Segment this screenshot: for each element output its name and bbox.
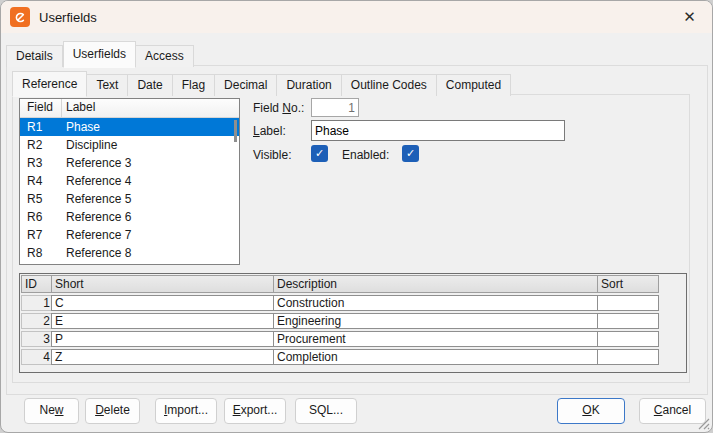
tab-reference[interactable]: Reference [12, 71, 87, 97]
knot-logo-glyph [13, 10, 28, 25]
list-header-field[interactable]: Field [20, 99, 62, 117]
list-header: Field Label [20, 99, 239, 118]
label-input[interactable] [311, 120, 565, 141]
ok-button[interactable]: OK [557, 398, 625, 424]
window-title: Userfields [39, 10, 97, 25]
field-cell: R4 [20, 172, 62, 190]
list-item-r1[interactable]: R1 Phase [20, 118, 239, 136]
enabled-label: Enabled: [342, 148, 389, 162]
list-item-r2[interactable]: R2 Discipline [20, 136, 239, 154]
grid-row-1: 1 C Construction [21, 293, 685, 311]
grid-row-3: 3 P Procurement [21, 329, 685, 347]
sort-cell[interactable] [597, 349, 659, 365]
cancel-button[interactable]: Cancel [639, 398, 706, 424]
grid-row-4: 4 Z Completion [21, 347, 685, 365]
titlebar[interactable]: Userfields ✕ [1, 1, 712, 33]
label-cell: Reference 4 [62, 172, 239, 190]
reference-fields-list: Field Label R1 Phase R2 Discipline R3 Re… [19, 98, 240, 265]
tab-date[interactable]: Date [128, 74, 172, 96]
visible-checkbox[interactable]: ✓ [311, 145, 328, 162]
list-item-r4[interactable]: R4 Reference 4 [20, 172, 239, 190]
app-logo-icon [10, 7, 30, 27]
list-item-r7[interactable]: R7 Reference 7 [20, 226, 239, 244]
field-cell: R2 [20, 136, 62, 154]
list-item-r5[interactable]: R5 Reference 5 [20, 190, 239, 208]
inner-tabstrip: Reference Text Date Flag Decimal Duratio… [12, 71, 511, 96]
short-cell[interactable]: Z [51, 349, 274, 365]
tab-userfields[interactable]: Userfields [63, 41, 136, 68]
check-icon: ✓ [315, 147, 324, 160]
sort-cell[interactable] [597, 313, 659, 329]
tab-outline-codes[interactable]: Outline Codes [342, 74, 437, 96]
label-cell: Discipline [62, 136, 239, 154]
label-label: Label: [253, 124, 286, 138]
description-cell[interactable]: Construction [273, 295, 598, 311]
visible-label: Visible: [253, 148, 291, 162]
outer-tabstrip: Details Userfields Access [6, 41, 194, 67]
sort-cell[interactable] [597, 331, 659, 347]
tab-flag[interactable]: Flag [173, 74, 215, 96]
short-cell[interactable]: C [51, 295, 274, 311]
tab-access[interactable]: Access [136, 45, 194, 67]
grid-row-2: 2 E Engineering [21, 311, 685, 329]
field-cell: R7 [20, 226, 62, 244]
field-cell: R6 [20, 208, 62, 226]
label-cell: Reference 8 [62, 244, 239, 262]
field-no-label: Field No.: [253, 101, 304, 115]
export-button[interactable]: Export... [224, 398, 286, 424]
tab-duration[interactable]: Duration [277, 74, 341, 96]
label-cell: Reference 3 [62, 154, 239, 172]
close-icon[interactable]: ✕ [667, 1, 712, 33]
field-cell: R5 [20, 190, 62, 208]
field-cell: R1 [20, 118, 62, 136]
tab-decimal[interactable]: Decimal [215, 74, 277, 96]
list-scrollbar-thumb[interactable] [234, 120, 237, 142]
import-button[interactable]: Import... [155, 398, 217, 424]
userfields-dialog: Userfields ✕ Details Userfields Access R… [0, 0, 713, 433]
tab-text[interactable]: Text [87, 74, 128, 96]
row-id-cell[interactable]: 2 [21, 313, 52, 329]
short-cell[interactable]: E [51, 313, 274, 329]
field-no-input[interactable] [311, 98, 359, 117]
label-cell: Reference 7 [62, 226, 239, 244]
label-cell: Reference 5 [62, 190, 239, 208]
list-item-r3[interactable]: R3 Reference 3 [20, 154, 239, 172]
row-id-cell[interactable]: 4 [21, 349, 52, 365]
delete-button[interactable]: Delete [85, 398, 140, 424]
sql-button[interactable]: SQL... [295, 398, 357, 424]
new-button[interactable]: New [24, 398, 79, 424]
check-icon: ✓ [406, 147, 415, 160]
grid-header-short[interactable]: Short [51, 275, 274, 293]
tab-computed[interactable]: Computed [437, 74, 511, 96]
sort-cell[interactable] [597, 295, 659, 311]
grid-header-id[interactable]: ID [21, 275, 52, 293]
grid-header-description[interactable]: Description [273, 275, 598, 293]
row-id-cell[interactable]: 3 [21, 331, 52, 347]
field-cell: R8 [20, 244, 62, 262]
label-cell: Phase [62, 118, 239, 136]
row-id-cell[interactable]: 1 [21, 295, 52, 311]
resize-grip[interactable] [697, 417, 710, 430]
list-item-r6[interactable]: R6 Reference 6 [20, 208, 239, 226]
label-cell: Reference 6 [62, 208, 239, 226]
values-grid: ID Short Description Sort 1 C Constructi… [19, 273, 687, 373]
grid-header-sort[interactable]: Sort [597, 275, 659, 293]
list-item-r8[interactable]: R8 Reference 8 [20, 244, 239, 262]
short-cell[interactable]: P [51, 331, 274, 347]
tab-details[interactable]: Details [6, 45, 63, 67]
description-cell[interactable]: Completion [273, 349, 598, 365]
list-header-label[interactable]: Label [62, 99, 239, 117]
description-cell[interactable]: Procurement [273, 331, 598, 347]
grid-header-row: ID Short Description Sort [21, 275, 685, 293]
description-cell[interactable]: Engineering [273, 313, 598, 329]
field-cell: R3 [20, 154, 62, 172]
enabled-checkbox[interactable]: ✓ [402, 145, 419, 162]
